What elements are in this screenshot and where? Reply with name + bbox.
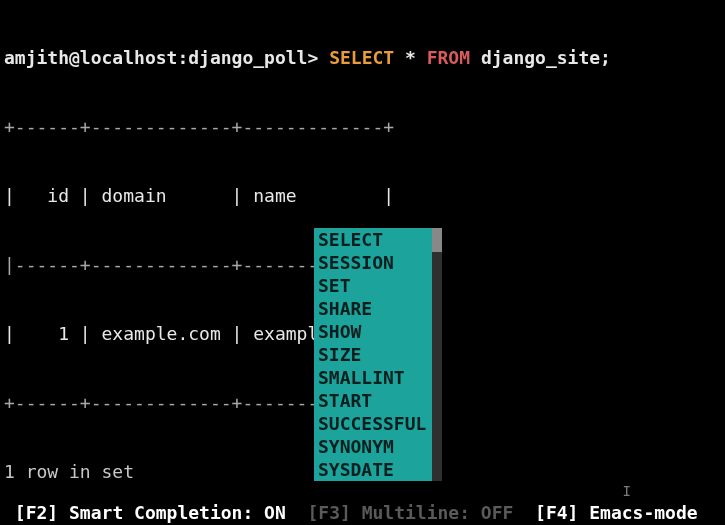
sql-table: django_site;	[481, 47, 611, 68]
status-gap	[4, 501, 15, 525]
autocomplete-item[interactable]: SELECT	[314, 228, 432, 251]
autocomplete-item[interactable]: SYNONYM	[314, 435, 432, 458]
autocomplete-item[interactable]: SYSDATE	[314, 458, 432, 481]
status-gap	[286, 501, 308, 525]
prompt: amjith@localhost:django_poll>	[4, 47, 318, 68]
sql-keyword-select: SELECT	[329, 47, 394, 68]
sql-star: *	[405, 47, 416, 68]
prev-command-line: amjith@localhost:django_poll> SELECT * F…	[4, 46, 721, 69]
status-multiline[interactable]: [F3] Multiline: OFF	[307, 501, 513, 525]
autocomplete-item[interactable]: SESSION	[314, 251, 432, 274]
status-gap	[513, 501, 535, 525]
status-smart-completion[interactable]: [F2] Smart Completion: ON	[15, 501, 286, 525]
scrollbar-thumb[interactable]	[432, 228, 442, 252]
autocomplete-item[interactable]: SET	[314, 274, 432, 297]
autocomplete-item[interactable]: SMALLINT	[314, 366, 432, 389]
autocomplete-popup[interactable]: SELECT SESSION SET SHARE SHOW SIZE SMALL…	[314, 228, 442, 481]
status-edit-mode[interactable]: [F4] Emacs-mode	[535, 501, 698, 525]
autocomplete-list: SELECT SESSION SET SHARE SHOW SIZE SMALL…	[314, 228, 432, 481]
autocomplete-item[interactable]: SUCCESSFUL	[314, 412, 432, 435]
autocomplete-item[interactable]: START	[314, 389, 432, 412]
status-bar: [F2] Smart Completion: ON [F3] Multiline…	[0, 501, 725, 525]
table-border-top: +------+-------------+-------------+	[4, 115, 721, 138]
autocomplete-item[interactable]: SHOW	[314, 320, 432, 343]
sql-keyword-from: FROM	[427, 47, 470, 68]
autocomplete-scrollbar[interactable]	[432, 228, 442, 481]
table-header-row: | id | domain | name |	[4, 184, 721, 207]
autocomplete-item[interactable]: SIZE	[314, 343, 432, 366]
autocomplete-item[interactable]: SHARE	[314, 297, 432, 320]
